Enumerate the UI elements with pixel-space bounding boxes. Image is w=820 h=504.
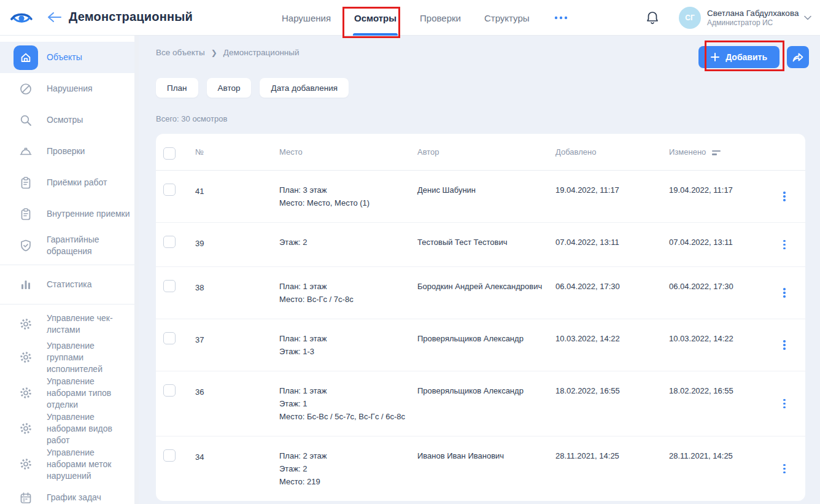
sidebar-item-inspections[interactable]: Осмотры	[0, 104, 139, 136]
table-row[interactable]: 36 План: 1 этаж Этаж: 1 Место: Бс-Вс / 5…	[156, 371, 805, 436]
gear-icon	[14, 312, 38, 336]
row-modified: 18.02.2022, 16:55	[669, 384, 771, 397]
col-author: Автор	[417, 134, 555, 157]
tabs-more-menu[interactable]	[551, 0, 571, 36]
row-num: 34	[195, 449, 279, 463]
breadcrumb-all-objects[interactable]: Все объекты	[156, 48, 205, 57]
col-modified: Изменено	[669, 147, 706, 157]
tab-inspections[interactable]: Осмотры	[352, 0, 399, 36]
sidebar-item-task-schedule[interactable]: График задач	[0, 482, 139, 504]
col-added: Добавлено	[555, 134, 669, 157]
calendar-icon	[14, 486, 38, 504]
row-num: 39	[195, 236, 279, 250]
row-num: 36	[195, 384, 279, 398]
sidebar-item-checklists[interactable]: Управление чек-листами	[0, 308, 139, 339]
row-checkbox[interactable]	[163, 280, 176, 292]
sidebar-item-executor-groups[interactable]: Управление группами исполнителей	[0, 339, 139, 375]
sidebar-item-internal-acceptance[interactable]: Внутренние приемки	[0, 198, 139, 230]
sidebar-item-objects[interactable]: Объекты	[0, 42, 139, 73]
sidebar-item-work-acceptance[interactable]: Приёмки работ	[0, 167, 139, 198]
row-num: 37	[195, 332, 279, 346]
gear-icon	[14, 452, 38, 476]
row-author: Проверяльщиков Александр	[417, 384, 555, 397]
sidebar-item-violation-tag-sets[interactable]: Управление наборами меток нарушений	[0, 446, 139, 482]
row-place: План: 1 этаж Этаж: 1 Место: Бс-Вс / 5с-7…	[279, 384, 417, 423]
row-checkbox[interactable]	[163, 449, 176, 462]
sidebar-item-label: Статистика	[47, 279, 92, 290]
row-added: 19.04.2022, 11:17	[555, 184, 669, 196]
row-place: План: 1 этаж Место: Вс-Гс / 7с-8с	[279, 280, 417, 306]
table-row[interactable]: 34 План: 2 этаж Этаж: 2 Место: 219 Ивано…	[156, 436, 805, 501]
top-actions: Добавить	[698, 46, 809, 68]
tab-violations[interactable]: Нарушения	[279, 0, 333, 36]
header-right: СГ Светлана Габдулхакова Администратор И…	[646, 0, 811, 36]
row-author: Тестовый Тест Тестович	[417, 236, 555, 249]
sidebar-item-violations[interactable]: Нарушения	[0, 73, 139, 104]
sidebar-scrollbar[interactable]	[134, 36, 139, 504]
row-added: 18.02.2022, 16:55	[555, 384, 669, 397]
row-modified: 19.04.2022, 11:17	[669, 184, 771, 196]
sidebar-item-warranty[interactable]: Гарантийные обращения	[0, 230, 139, 261]
sidebar-item-label: Приёмки работ	[47, 177, 107, 188]
row-modified: 10.03.2022, 14:22	[669, 332, 771, 345]
col-place: Место	[279, 134, 417, 157]
add-button-label: Добавить	[725, 52, 767, 62]
row-menu-dots-icon[interactable]	[779, 395, 789, 413]
row-place: Этаж: 2	[279, 236, 417, 249]
table-row[interactable]: 39 Этаж: 2 Тестовый Тест Тестович 07.04.…	[156, 223, 805, 267]
sidebar-item-label: Объекты	[47, 52, 82, 63]
filter-plan[interactable]: План	[156, 78, 198, 98]
back-arrow-icon[interactable]	[47, 10, 63, 24]
sidebar-item-statistics[interactable]: Статистика	[0, 269, 139, 300]
tab-checks[interactable]: Проверки	[417, 0, 463, 36]
filter-author[interactable]: Автор	[207, 78, 252, 98]
user-menu[interactable]: СГ Светлана Габдулхакова Администратор И…	[679, 7, 811, 29]
row-checkbox[interactable]	[163, 332, 176, 344]
row-checkbox[interactable]	[163, 384, 176, 397]
row-menu-dots-icon[interactable]	[779, 188, 789, 205]
user-avatar: СГ	[679, 7, 701, 29]
sidebar-item-label: Нарушения	[47, 83, 93, 95]
sidebar-item-label: Управление чек-листами	[47, 312, 133, 336]
header-tabs: Нарушения Осмотры Проверки Структуры	[279, 0, 571, 36]
user-role: Администратор ИС	[707, 18, 799, 28]
row-checkbox[interactable]	[163, 184, 176, 196]
row-menu-dots-icon[interactable]	[779, 336, 789, 354]
sidebar-item-label: Проверки	[47, 145, 85, 157]
breadcrumb-current: Демонстрационный	[223, 48, 300, 57]
row-menu-dots-icon[interactable]	[779, 236, 789, 254]
share-arrow-icon	[792, 52, 804, 63]
notifications-bell-icon[interactable]	[646, 10, 659, 25]
sidebar-item-checks[interactable]: Проверки	[0, 136, 139, 167]
row-modified: 28.11.2021, 14:25	[669, 449, 771, 462]
search-icon	[14, 108, 38, 133]
tab-structures[interactable]: Структуры	[482, 0, 532, 36]
row-checkbox[interactable]	[163, 236, 176, 248]
filter-date-added[interactable]: Дата добавления	[260, 78, 349, 98]
row-modified: 07.04.2022, 13:11	[669, 236, 771, 249]
sidebar-item-work-type-sets[interactable]: Управление наборами видов работ	[0, 411, 139, 446]
row-author: Иванов Иван Иванович	[417, 449, 555, 462]
add-button[interactable]: Добавить	[698, 46, 779, 68]
sidebar-item-finish-type-sets[interactable]: Управление наборами типов отделки	[0, 375, 139, 411]
plus-icon	[711, 53, 719, 61]
share-button[interactable]	[787, 46, 809, 68]
app-logo-eye-icon	[10, 9, 33, 26]
select-all-checkbox[interactable]	[163, 147, 176, 160]
row-place: План: 3 этаж Место: Место, Место (1)	[279, 184, 417, 209]
sidebar-item-label: График задач	[47, 492, 101, 503]
clipboard-icon	[14, 202, 38, 227]
row-num: 38	[195, 280, 279, 294]
sidebar-item-label: Управление группами исполнителей	[47, 340, 133, 375]
row-menu-dots-icon[interactable]	[779, 284, 789, 301]
table-row[interactable]: 37 План: 1 этаж Этаж: 1-3 Проверяльщиков…	[156, 319, 805, 371]
table-row[interactable]: 41 План: 3 этаж Место: Место, Место (1) …	[156, 171, 805, 223]
sidebar-item-label: Управление наборами типов отделки	[47, 376, 133, 411]
row-menu-dots-icon[interactable]	[779, 460, 789, 478]
row-added: 10.03.2022, 14:22	[555, 332, 669, 345]
home-icon	[14, 45, 38, 70]
sort-icon[interactable]	[712, 149, 721, 155]
main-content: Все объекты ❯ Демонстрационный Добавить …	[139, 36, 820, 504]
table-row[interactable]: 38 План: 1 этаж Место: Вс-Гс / 7с-8с Бор…	[156, 267, 805, 319]
hardhat-icon	[14, 139, 38, 164]
